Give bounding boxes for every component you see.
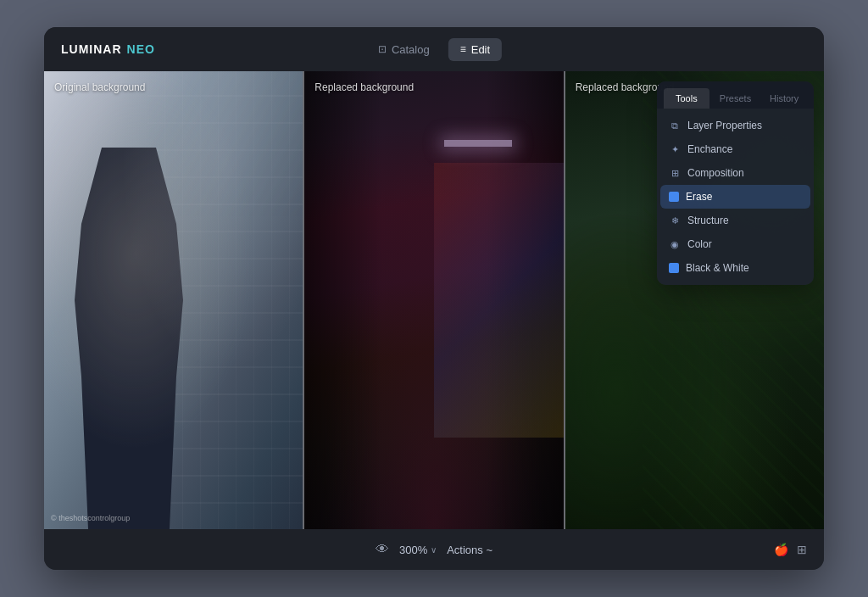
panel-replaced1: Replaced background: [304, 71, 563, 529]
structure-icon: [669, 215, 681, 226]
composition-icon: [669, 167, 681, 179]
logo-luminar: LUMINAR: [61, 42, 122, 56]
actions-button[interactable]: Actions ~: [447, 544, 492, 556]
visibility-icon[interactable]: 👁: [376, 542, 389, 557]
zoom-value: 300%: [399, 544, 427, 556]
tool-label-bw: Black & White: [686, 262, 749, 274]
windows-icon[interactable]: ⊞: [797, 543, 807, 556]
photo-overlay: [44, 71, 303, 529]
tool-color[interactable]: Color: [660, 232, 810, 256]
tool-composition[interactable]: Composition: [660, 161, 810, 185]
tool-label-erase: Erase: [686, 191, 712, 203]
actions-label: Actions ~: [447, 544, 492, 556]
tools-tabs: Tools Presets History: [657, 81, 814, 109]
tool-bw[interactable]: Black & White: [660, 256, 810, 280]
app-window: LUMINAR NEO ⊡ Catalog ≡ Edit Original ba…: [44, 27, 824, 570]
tool-label-enchance: Enchance: [687, 143, 732, 155]
bottom-right: 🍎 ⊞: [774, 543, 807, 556]
title-bar: LUMINAR NEO ⊡ Catalog ≡ Edit: [44, 27, 824, 71]
bottom-center: 👁 300% ∨ Actions ~: [376, 542, 492, 557]
panel-original: Original background © theshotscontrolgro…: [44, 71, 303, 529]
catalog-nav-btn[interactable]: ⊡ Catalog: [366, 38, 442, 61]
zoom-control[interactable]: 300% ∨: [399, 544, 437, 556]
catalog-label: Catalog: [392, 43, 430, 56]
enchance-icon: [669, 143, 681, 155]
tool-erase[interactable]: Erase: [660, 185, 810, 209]
tool-label-composition: Composition: [687, 167, 744, 179]
tool-label-color: Color: [687, 238, 712, 250]
tool-label-structure: Structure: [687, 215, 729, 226]
graffiti-overlay: [434, 163, 564, 438]
edit-nav-btn[interactable]: ≡ Edit: [448, 38, 502, 61]
logo-area: LUMINAR NEO: [61, 42, 155, 56]
neon-light: [444, 140, 512, 147]
bottom-bar: 👁 300% ∨ Actions ~ 🍎 ⊞: [44, 529, 824, 570]
tool-layer-properties[interactable]: Layer Properties: [660, 114, 810, 137]
apple-icon[interactable]: 🍎: [774, 543, 788, 556]
bw-icon: [669, 263, 679, 273]
main-content: Original background © theshotscontrolgro…: [44, 71, 824, 529]
edit-label: Edit: [471, 43, 490, 56]
erase-icon: [669, 192, 679, 202]
color-icon: [669, 238, 681, 250]
tab-history[interactable]: History: [761, 88, 807, 109]
tab-tools[interactable]: Tools: [664, 88, 709, 109]
catalog-icon: ⊡: [378, 43, 387, 55]
tool-enchance[interactable]: Enchance: [660, 137, 810, 161]
zoom-caret-icon: ∨: [431, 545, 437, 555]
tool-structure[interactable]: Structure: [660, 209, 810, 232]
edit-icon: ≡: [460, 43, 466, 55]
panel-label-replaced1: Replaced background: [314, 81, 414, 93]
layer-properties-icon: [669, 120, 681, 131]
panel-label-original: Original background: [54, 81, 145, 93]
tool-label-layer-properties: Layer Properties: [687, 120, 762, 131]
tools-panel: Tools Presets History Layer Properties E…: [657, 81, 814, 285]
watermark: © theshotscontrolgroup: [51, 514, 130, 522]
title-nav: ⊡ Catalog ≡ Edit: [366, 38, 502, 61]
logo-neo: NEO: [127, 42, 155, 56]
tab-presets[interactable]: Presets: [713, 88, 759, 109]
tools-list: Layer Properties Enchance Composition Er…: [657, 109, 814, 285]
